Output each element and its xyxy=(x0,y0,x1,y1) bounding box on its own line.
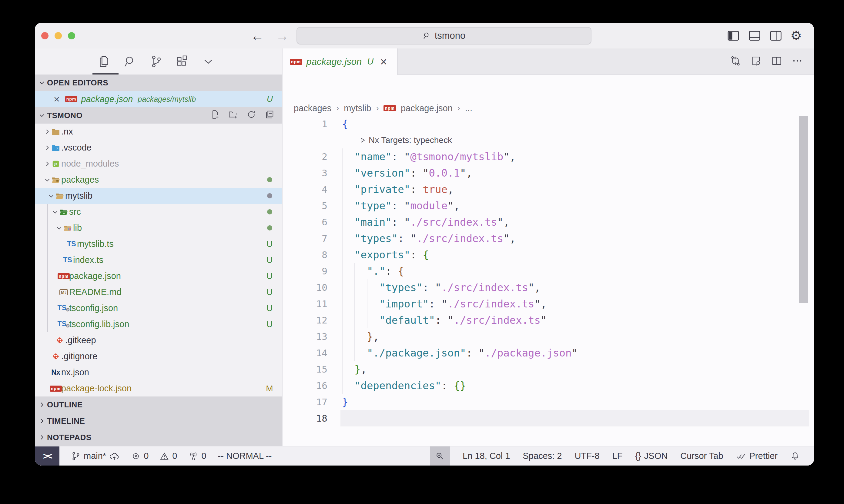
search-view-icon[interactable] xyxy=(123,54,137,69)
code-line[interactable]: "exports": { xyxy=(342,247,429,263)
timeline-section-header[interactable]: TIMELINE xyxy=(35,413,282,429)
tree-item-mytslib-ts[interactable]: TSmytslib.tsU xyxy=(35,236,282,252)
chevron-right-icon[interactable] xyxy=(44,128,51,135)
tree-item-node-modules[interactable]: jsnode_modules xyxy=(35,156,282,172)
project-section-header[interactable]: TSMONO xyxy=(35,107,282,124)
code-line[interactable]: ".": { xyxy=(342,263,404,279)
toggle-panel-icon[interactable] xyxy=(748,30,761,42)
new-file-icon[interactable] xyxy=(210,109,220,122)
indentation-item[interactable]: Spaces: 2 xyxy=(523,451,562,461)
code-line[interactable]: "types": "./src/index.ts", xyxy=(342,230,516,247)
breadcrumb-packages[interactable]: packages xyxy=(294,103,331,113)
chevron-down-icon[interactable] xyxy=(56,225,63,231)
tree-item-index-ts[interactable]: TSindex.tsU xyxy=(35,252,282,268)
svg-text:js: js xyxy=(54,162,57,166)
chevron-down-icon[interactable] xyxy=(44,177,51,183)
tree-item-tsconfig-json[interactable]: TS⚙tsconfig.jsonU xyxy=(35,300,282,316)
language-mode-item[interactable]: {} JSON xyxy=(635,451,668,461)
code-line[interactable]: "main": "./src/index.ts", xyxy=(342,214,510,230)
tree-item-packages[interactable]: packages xyxy=(35,172,282,188)
breadcrumb-mytslib[interactable]: mytslib xyxy=(344,103,371,113)
tree-item--vscode[interactable]: .vscode xyxy=(35,140,282,156)
extensions-icon[interactable] xyxy=(175,54,189,69)
code-editor[interactable]: 1{Nx Targets: typecheck2 "name": "@tsmon… xyxy=(282,116,814,466)
search-value: tsmono xyxy=(435,30,466,41)
outline-section-header[interactable]: OUTLINE xyxy=(35,396,282,413)
tree-item--nx[interactable]: .nx xyxy=(35,124,282,140)
code-line[interactable]: "private": true, xyxy=(342,181,454,197)
tab-package-json[interactable]: npm package.json U × xyxy=(282,49,398,75)
chevron-down-icon[interactable] xyxy=(48,193,55,199)
zoom-indicator[interactable] xyxy=(430,447,450,466)
tree-item-package-lock-json[interactable]: npmpackage-lock.jsonM xyxy=(35,380,282,396)
cursor-tab-item[interactable]: Cursor Tab xyxy=(680,451,723,461)
code-line[interactable]: "./package.json": "./package.json" xyxy=(342,345,578,361)
more-actions-icon[interactable] xyxy=(792,55,803,68)
chevron-right-icon[interactable] xyxy=(44,144,51,151)
cursor-position-item[interactable]: Ln 18, Col 1 xyxy=(463,451,510,461)
scrollbar-thumb[interactable] xyxy=(799,116,808,303)
formatter-item[interactable]: Prettier xyxy=(736,451,778,461)
tree-item-mytslib[interactable]: mytslib xyxy=(35,188,282,204)
code-line[interactable]: "dependencies": {} xyxy=(342,377,466,394)
minimize-window-button[interactable] xyxy=(55,32,62,39)
breadcrumb-file[interactable]: package.json xyxy=(401,103,453,113)
toggle-secondary-sidebar-icon[interactable] xyxy=(769,30,782,42)
settings-gear-icon[interactable]: ⚙ xyxy=(790,30,802,42)
code-line[interactable]: "name": "@tsmono/mytslib", xyxy=(342,148,516,165)
remote-indicator[interactable]: >< xyxy=(35,447,59,466)
code-line[interactable]: { xyxy=(342,116,348,132)
open-editor-item-package-json[interactable]: × npm package.json packages/mytslib U xyxy=(35,91,282,107)
tree-item-tsconfig-lib-json[interactable]: TS⚙tsconfig.lib.jsonU xyxy=(35,316,282,332)
chevron-down-icon[interactable] xyxy=(52,209,58,215)
encoding-item[interactable]: UTF-8 xyxy=(574,451,599,461)
ports-item[interactable]: 0 xyxy=(189,451,206,461)
toggle-sidebar-icon[interactable] xyxy=(727,30,740,42)
forward-icon[interactable]: → xyxy=(276,28,289,43)
open-changes-icon[interactable] xyxy=(730,55,741,68)
tree-item-lib[interactable]: lib xyxy=(35,220,282,236)
code-line[interactable]: "import": "./src/index.ts", xyxy=(342,295,547,312)
error-icon xyxy=(131,451,141,461)
chevron-right-icon[interactable] xyxy=(44,161,51,167)
tree-item-src[interactable]: ‹›src xyxy=(35,204,282,220)
tree-item--gitignore[interactable]: .gitignore xyxy=(35,348,282,364)
bell-icon[interactable] xyxy=(790,451,800,461)
tree-item--gitkeep[interactable]: .gitkeep xyxy=(35,332,282,348)
double-check-icon xyxy=(736,451,746,461)
git-status-dot xyxy=(267,226,272,231)
git-branch-item[interactable]: main* xyxy=(71,451,119,461)
command-center-search[interactable]: tsmono xyxy=(296,27,591,44)
code-line[interactable]: "types": "./src/index.ts", xyxy=(342,279,540,295)
more-views-chevron-icon[interactable] xyxy=(201,54,216,69)
tab-close-icon[interactable]: × xyxy=(380,56,387,68)
collapse-all-icon[interactable] xyxy=(264,109,275,122)
codelens-nx-targets[interactable]: Nx Targets: typecheck xyxy=(360,132,452,148)
new-folder-icon[interactable] xyxy=(228,109,238,122)
open-editor-label: package.json xyxy=(81,94,133,104)
code-line[interactable]: "type": "module", xyxy=(342,197,460,214)
code-line[interactable]: }, xyxy=(342,328,379,345)
open-preview-icon[interactable] xyxy=(750,55,762,68)
source-control-icon[interactable] xyxy=(149,54,163,69)
vim-mode-item[interactable]: -- NORMAL -- xyxy=(218,451,272,461)
close-editor-icon[interactable]: × xyxy=(54,93,60,105)
code-line[interactable]: "version": "0.0.1", xyxy=(342,165,472,181)
back-icon[interactable]: ← xyxy=(251,28,264,43)
breadcrumb-symbol[interactable]: ... xyxy=(465,103,472,113)
notepads-section-header[interactable]: NOTEPADS xyxy=(35,429,282,446)
split-editor-icon[interactable] xyxy=(771,55,782,68)
open-editors-header[interactable]: OPEN EDITORS xyxy=(35,74,282,91)
explorer-icon[interactable] xyxy=(97,54,111,69)
tree-item-nx-json[interactable]: Nxnx.json xyxy=(35,364,282,380)
close-window-button[interactable] xyxy=(41,32,49,39)
eol-item[interactable]: LF xyxy=(613,451,623,461)
tree-item-readme-md[interactable]: M↓README.mdU xyxy=(35,284,282,300)
maximize-window-button[interactable] xyxy=(68,32,75,39)
problems-item[interactable]: 0 0 xyxy=(131,451,177,461)
code-line[interactable]: }, xyxy=(342,361,367,377)
code-line[interactable]: } xyxy=(342,394,348,410)
refresh-icon[interactable] xyxy=(246,109,257,122)
tree-item-package-json[interactable]: npmpackage.jsonU xyxy=(35,268,282,284)
code-line[interactable]: "default": "./src/index.ts" xyxy=(342,312,547,328)
